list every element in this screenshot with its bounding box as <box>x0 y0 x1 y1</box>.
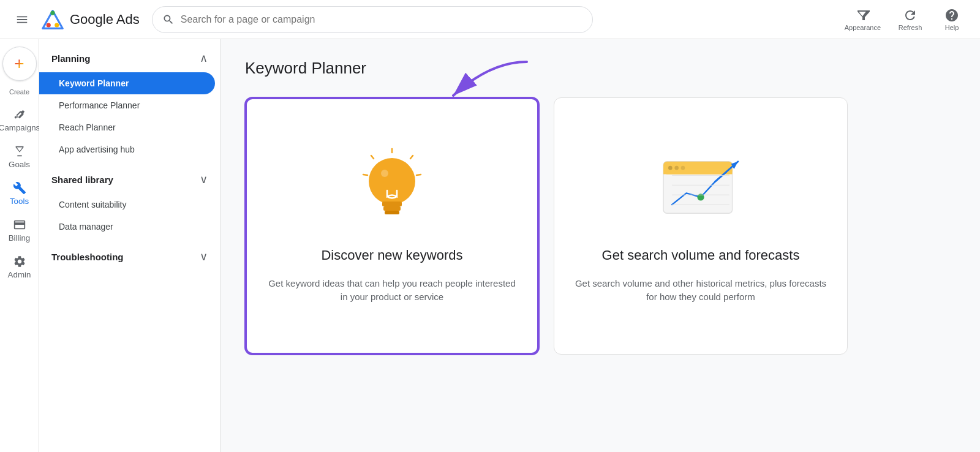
refresh-icon <box>903 8 918 23</box>
google-ads-logo-icon <box>42 9 64 31</box>
create-button[interactable]: + <box>2 47 37 81</box>
billing-icon <box>13 218 26 232</box>
svg-point-9 <box>381 170 388 177</box>
sidebar-item-tools[interactable]: Tools <box>2 176 37 211</box>
main-layout: + Create Campaigns Goals Tools <box>0 39 980 452</box>
header: Google Ads Appearance Refresh Help <box>0 0 980 39</box>
content-suitability-label: Content suitability <box>59 200 127 209</box>
svg-point-19 <box>674 166 679 170</box>
goals-label: Goals <box>9 160 30 169</box>
goals-icon <box>13 145 26 158</box>
search-volume-description: Get search volume and other historical m… <box>574 277 827 304</box>
discover-keywords-icon-area <box>355 148 429 230</box>
page-title: Keyword Planner <box>245 59 956 78</box>
cards-container: Discover new keywords Get keyword ideas … <box>245 97 956 355</box>
campaigns-icon <box>13 108 26 121</box>
tools-icon <box>13 181 26 195</box>
svg-point-20 <box>681 166 685 170</box>
shared-library-section-header[interactable]: Shared library ∨ <box>39 165 220 194</box>
refresh-button[interactable]: Refresh <box>892 6 929 34</box>
appearance-button[interactable]: Appearance <box>839 6 887 34</box>
create-plus-icon: + <box>14 55 24 72</box>
sidebar-item-campaigns[interactable]: Campaigns <box>2 103 37 137</box>
admin-icon <box>13 255 26 268</box>
sidebar-item-app-advertising-hub[interactable]: App advertising hub <box>39 138 215 160</box>
svg-line-13 <box>371 156 374 159</box>
hamburger-button[interactable] <box>10 7 34 32</box>
search-volume-icon-area <box>655 148 747 230</box>
planning-section-title: Planning <box>51 53 90 64</box>
appearance-label: Appearance <box>845 24 881 31</box>
logo-area: Google Ads <box>42 9 140 31</box>
discover-keywords-title: Discover new keywords <box>321 247 462 265</box>
svg-line-11 <box>410 156 413 159</box>
header-actions: Appearance Refresh Help <box>839 6 970 34</box>
create-label: Create <box>9 88 29 96</box>
sidebar-panel: Planning ∧ Keyword Planner Performance P… <box>39 39 221 452</box>
admin-label: Admin <box>8 270 31 279</box>
svg-point-3 <box>50 10 55 15</box>
help-icon <box>944 8 959 23</box>
sidebar-item-content-suitability[interactable]: Content suitability <box>39 194 215 216</box>
svg-rect-17 <box>663 170 733 175</box>
chart-icon <box>655 148 747 227</box>
reach-planner-label: Reach Planner <box>59 122 116 132</box>
billing-label: Billing <box>9 233 31 243</box>
sidebar-item-data-manager[interactable]: Data manager <box>39 216 215 238</box>
left-nav: + Create Campaigns Goals Tools <box>0 39 39 452</box>
lightbulb-icon <box>355 148 429 227</box>
tools-label: Tools <box>10 197 29 206</box>
troubleshooting-chevron-icon: ∨ <box>200 250 208 263</box>
sidebar-item-admin[interactable]: Admin <box>2 250 37 284</box>
search-input[interactable] <box>181 14 582 25</box>
sidebar-item-billing[interactable]: Billing <box>2 213 37 247</box>
app-advertising-hub-label: App advertising hub <box>59 145 135 154</box>
search-bar <box>152 6 593 33</box>
help-label: Help <box>945 24 959 31</box>
shared-library-section-title: Shared library <box>51 175 113 185</box>
svg-rect-7 <box>383 206 401 211</box>
help-button[interactable]: Help <box>933 6 970 34</box>
data-manager-label: Data manager <box>59 222 113 232</box>
appearance-icon <box>855 8 870 23</box>
planning-items: Keyword Planner Performance Planner Reac… <box>39 72 220 160</box>
planning-chevron-icon: ∧ <box>200 51 208 65</box>
campaigns-label: Campaigns <box>0 123 40 132</box>
svg-rect-6 <box>382 202 402 206</box>
svg-point-18 <box>668 166 673 170</box>
sidebar-item-keyword-planner[interactable]: Keyword Planner <box>39 72 215 94</box>
discover-keywords-card[interactable]: Discover new keywords Get keyword ideas … <box>245 97 539 355</box>
cards-wrapper: Discover new keywords Get keyword ideas … <box>245 97 956 355</box>
content-area: Keyword Planner <box>221 39 980 452</box>
shared-library-chevron-icon: ∨ <box>200 173 208 186</box>
sidebar-item-goals[interactable]: Goals <box>2 140 37 174</box>
logo-text: Google Ads <box>70 12 140 28</box>
troubleshooting-section-title: Troubleshooting <box>51 252 124 262</box>
svg-line-12 <box>417 175 421 175</box>
svg-point-2 <box>55 23 59 27</box>
search-icon <box>162 13 175 26</box>
keyword-planner-label: Keyword Planner <box>59 78 129 88</box>
search-volume-title: Get search volume and forecasts <box>602 247 800 265</box>
refresh-label: Refresh <box>899 24 922 31</box>
troubleshooting-section-header[interactable]: Troubleshooting ∨ <box>39 243 220 271</box>
performance-planner-label: Performance Planner <box>59 100 140 110</box>
shared-library-items: Content suitability Data manager <box>39 194 220 238</box>
sidebar-item-performance-planner[interactable]: Performance Planner <box>39 94 215 116</box>
sidebar-item-reach-planner[interactable]: Reach Planner <box>39 116 215 138</box>
svg-point-1 <box>47 23 51 27</box>
svg-line-14 <box>363 175 368 175</box>
search-volume-card[interactable]: Get search volume and forecasts Get sear… <box>554 97 848 355</box>
svg-rect-8 <box>385 211 399 214</box>
planning-section-header[interactable]: Planning ∧ <box>39 44 220 72</box>
discover-keywords-description: Get keyword ideas that can help you reac… <box>266 277 518 304</box>
